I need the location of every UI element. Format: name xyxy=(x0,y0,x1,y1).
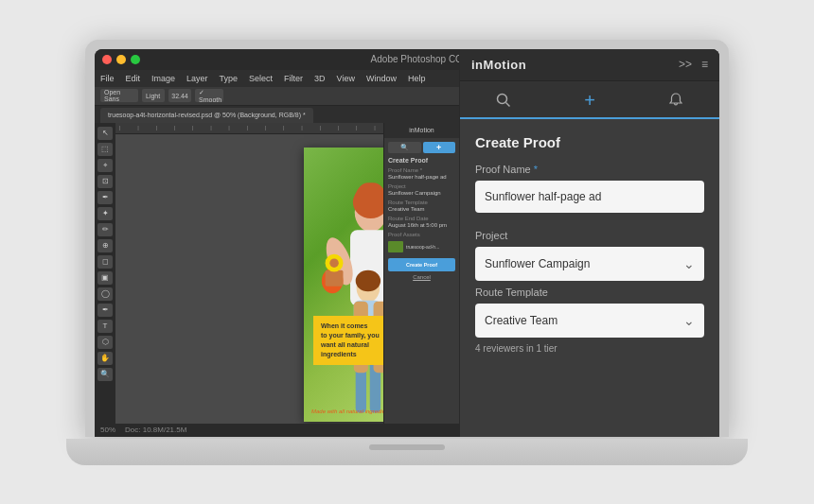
svg-point-26 xyxy=(497,94,506,103)
ps-mini-tab-add[interactable]: + xyxy=(423,142,456,153)
proof-name-label: Proof Name * xyxy=(475,164,704,175)
ps-minimize-dot[interactable] xyxy=(116,55,126,64)
ps-tool-eyedropper[interactable]: ✒ xyxy=(97,191,113,204)
svg-rect-13 xyxy=(326,269,344,286)
ps-mini-create-button[interactable]: Create Proof xyxy=(388,258,455,271)
ps-menu-file[interactable]: File xyxy=(100,74,115,83)
ps-mini-cancel-button[interactable]: Cancel xyxy=(413,274,431,280)
project-dropdown-arrow: ⌄ xyxy=(683,256,695,271)
inmotion-logo: inMotion xyxy=(471,58,526,72)
ps-tool-pen[interactable]: ✒ xyxy=(97,304,113,317)
ps-tool-clone[interactable]: ⊕ xyxy=(97,239,113,252)
ps-tool-gradient[interactable]: ▣ xyxy=(97,271,113,285)
ps-tool-brush[interactable]: ✏ xyxy=(97,223,113,236)
ps-menu-edit[interactable]: Edit xyxy=(126,74,141,83)
bell-icon xyxy=(667,92,684,109)
ps-tool-eraser[interactable]: ◻ xyxy=(97,255,113,269)
ps-tool-heal[interactable]: ✦ xyxy=(97,207,113,220)
ps-inmotion-mini-header: inMotion xyxy=(384,123,459,138)
proof-name-required: * xyxy=(534,164,538,175)
ps-inmotion-mini-title: inMotion xyxy=(409,127,434,133)
inmotion-arrows-icon[interactable]: >> xyxy=(679,58,692,71)
ps-tool-dodge[interactable]: ◯ xyxy=(97,287,113,301)
scene: Adobe Photoshop CC 2018 File Edit Image … xyxy=(19,21,795,484)
ps-mini-asset-thumb xyxy=(388,241,403,252)
laptop-screen-outer: Adobe Photoshop CC 2018 File Edit Image … xyxy=(85,40,729,437)
ps-mini-route-row: Route Template Creative Team xyxy=(388,200,455,212)
ps-tool-zoom[interactable]: 🔍 xyxy=(97,368,113,381)
ps-tool-move[interactable]: ↖ xyxy=(97,127,113,140)
ps-close-dot[interactable] xyxy=(102,55,112,64)
route-template-select[interactable]: Creative Team ⌄ xyxy=(475,304,704,338)
ps-tool-hand[interactable]: ✋ xyxy=(97,352,113,365)
inmotion-panel-body: Create Proof Proof Name * Project xyxy=(460,119,719,437)
ps-menu-help[interactable]: Help xyxy=(408,74,426,83)
route-template-label: Route Template xyxy=(475,287,704,298)
laptop: Adobe Photoshop CC 2018 File Edit Image … xyxy=(66,40,748,465)
ps-left-toolbar: ↖ ⬚ ⌖ ⊡ ✒ ✦ ✏ ⊕ ◻ ▣ ◯ ✒ T xyxy=(95,123,115,424)
ps-mini-cancel-row: Cancel xyxy=(388,274,455,280)
ps-mini-project-row: Project Sunflower Campaign xyxy=(388,183,455,196)
inmotion-menu-icon[interactable]: ≡ xyxy=(701,58,708,71)
ps-menu-layer[interactable]: Layer xyxy=(186,74,208,83)
ps-menu-select[interactable]: Select xyxy=(249,74,273,83)
ps-menu-filter[interactable]: Filter xyxy=(284,74,303,83)
ps-menu-3d[interactable]: 3D xyxy=(314,74,326,83)
inmotion-section-title: Create Proof xyxy=(475,134,704,150)
ps-document-tab[interactable]: truesoop-a4t-horizontal-revised.psd @ 50… xyxy=(100,108,313,123)
svg-line-27 xyxy=(505,102,509,106)
ps-mini-date-row: Route End Date August 16th at 5:00 pm xyxy=(388,216,455,228)
ps-tool-lasso[interactable]: ⌖ xyxy=(97,159,113,172)
inmotion-tabs: + xyxy=(460,81,719,119)
ps-tool-path[interactable]: ⬡ xyxy=(97,336,113,349)
route-template-field-group: Route Template Creative Team ⌄ 4 reviewe… xyxy=(475,287,704,354)
laptop-base xyxy=(66,439,748,465)
inmotion-panel-header: inMotion >> ≡ xyxy=(460,49,719,81)
ps-mini-assets-row: Proof Assets truesoop-ad-h... xyxy=(388,232,455,252)
ps-doc-info: Doc: 10.8M/21.5M xyxy=(125,426,186,434)
ps-menu-type[interactable]: Type xyxy=(220,74,239,83)
inmotion-panel: inMotion >> ≡ xyxy=(459,49,719,437)
laptop-screen-bezel: Adobe Photoshop CC 2018 File Edit Image … xyxy=(95,49,719,437)
svg-point-7 xyxy=(356,269,380,291)
inmotion-header-icons: >> ≡ xyxy=(679,58,708,71)
ps-mini-create-proof: Create Proof xyxy=(388,157,455,164)
ps-tool-crop[interactable]: ⊡ xyxy=(97,175,113,188)
ps-inmotion-mini-panel: inMotion 🔍 + xyxy=(383,123,459,424)
ps-mini-tab-search[interactable]: 🔍 xyxy=(388,142,421,153)
project-label: Project xyxy=(475,230,704,241)
ps-tool-marquee[interactable]: ⬚ xyxy=(97,143,113,156)
ps-mini-actions: Create Proof xyxy=(388,258,455,271)
ps-maximize-dot[interactable] xyxy=(131,55,140,64)
proof-name-field-group: Proof Name * xyxy=(475,164,704,226)
ps-menu-image[interactable]: Image xyxy=(151,74,175,83)
ps-menu-window[interactable]: Window xyxy=(366,74,397,83)
inmotion-tab-search[interactable] xyxy=(460,83,546,119)
add-icon: + xyxy=(584,91,595,110)
ps-tool-text[interactable]: T xyxy=(97,320,113,333)
ps-menu-view[interactable]: View xyxy=(337,74,355,83)
ps-mini-asset-item: truesoop-ad-h... xyxy=(388,241,455,252)
reviewers-info: 4 reviewers in 1 tier xyxy=(475,343,704,354)
route-template-select-value: Creative Team xyxy=(485,314,557,327)
inmotion-tab-notifications[interactable] xyxy=(633,83,719,119)
proof-name-input[interactable] xyxy=(475,181,704,213)
project-select-value: Sunflower Campaign xyxy=(485,257,590,270)
project-select[interactable]: Sunflower Campaign ⌄ xyxy=(475,247,704,281)
ps-zoom-level: 50% xyxy=(100,426,115,434)
ps-inmotion-mini-body: 🔍 + Create Proof Proof Name * Sunf xyxy=(384,138,459,284)
svg-point-15 xyxy=(329,258,338,267)
inmotion-tab-add[interactable]: + xyxy=(546,83,632,119)
route-template-dropdown-arrow: ⌄ xyxy=(683,313,695,328)
ps-mini-proof-name-row: Proof Name * Sunflower half-page ad xyxy=(388,167,455,180)
project-field-group: Project Sunflower Campaign ⌄ xyxy=(475,230,704,281)
search-icon xyxy=(495,92,512,109)
